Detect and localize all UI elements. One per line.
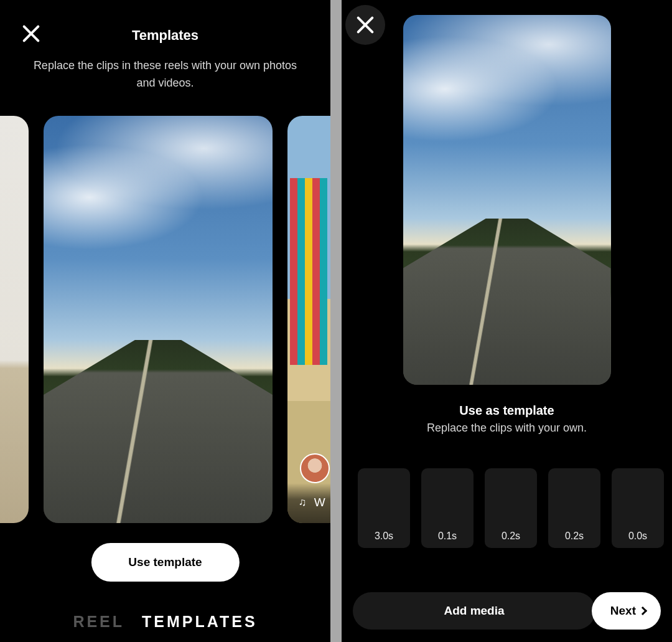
template-editor-screen: Use as template Replace the clips with y… (342, 0, 672, 642)
clip-slot[interactable]: 3.0s (358, 468, 410, 548)
card-footer: ♫ W (287, 483, 330, 523)
template-text: Use as template Replace the clips with y… (342, 404, 672, 435)
page-title: Templates (0, 27, 330, 44)
card-footer: izzydilg ♫ Harry Styles • Keep Driving (44, 445, 273, 523)
chevron-right-icon (638, 607, 647, 615)
close-icon[interactable] (21, 24, 41, 44)
close-icon[interactable] (345, 5, 385, 45)
tab-templates[interactable]: TEMPLATES (142, 613, 258, 631)
template-carousel[interactable]: izzydilg ♫ Harry Styles • Keep Driving ♫… (0, 116, 330, 523)
music-row[interactable]: ♫ Harry Styles • Keep Driving (58, 496, 258, 509)
clip-slot[interactable]: 0.2s (485, 468, 537, 548)
clip-slot[interactable]: 0.0s (612, 468, 664, 548)
template-card[interactable]: ♫ W (287, 116, 330, 523)
avatar[interactable] (300, 453, 330, 483)
bottom-tabs: REEL TEMPLATES (0, 613, 330, 631)
tab-reel[interactable]: REEL (73, 613, 124, 631)
add-media-button[interactable]: Add media (353, 592, 595, 630)
author-name: izzydilg (97, 465, 142, 479)
music-title: W (314, 496, 325, 509)
clip-slots[interactable]: 3.0s 0.1s 0.2s 0.2s 0.0s (358, 468, 672, 548)
template-card[interactable] (0, 116, 29, 523)
templates-screen: Templates Replace the clips in these ree… (0, 0, 330, 642)
page-subtitle: Replace the clips in these reels with yo… (0, 57, 330, 92)
use-template-button[interactable]: Use template (91, 543, 239, 582)
music-icon: ♫ (58, 496, 67, 509)
template-preview[interactable] (403, 15, 611, 385)
next-label: Next (610, 604, 636, 618)
header: Templates Replace the clips in these ree… (0, 0, 330, 92)
screen-divider (330, 0, 342, 642)
template-card[interactable]: izzydilg ♫ Harry Styles • Keep Driving (44, 116, 273, 523)
music-title: Harry Styles • Keep Driving (74, 496, 217, 509)
clip-slot[interactable]: 0.1s (421, 468, 474, 548)
template-subheading: Replace the clips with your own. (342, 422, 672, 435)
clip-slot[interactable]: 0.2s (548, 468, 600, 548)
template-heading: Use as template (342, 404, 672, 418)
music-row[interactable]: ♫ W (299, 496, 316, 509)
next-button[interactable]: Next (592, 592, 661, 630)
author-row: izzydilg (58, 457, 258, 487)
music-icon: ♫ (299, 496, 307, 509)
avatar[interactable] (58, 457, 88, 487)
